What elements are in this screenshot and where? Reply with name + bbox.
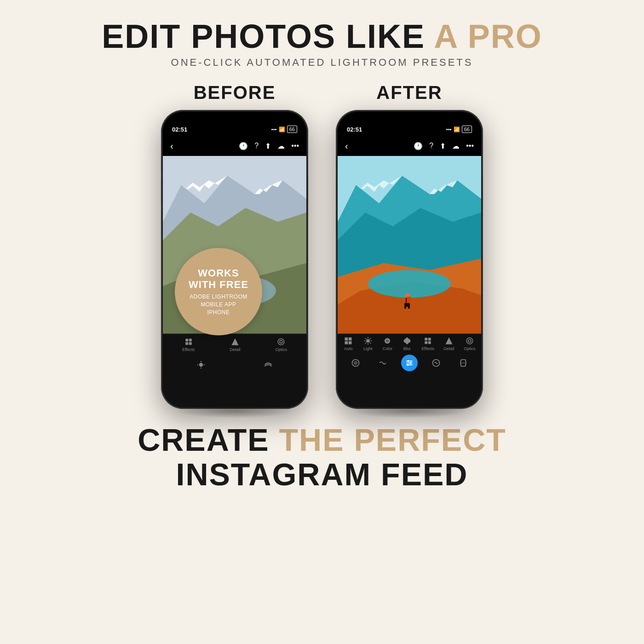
after-phone-wrapper: 02:51 ▪▪▪ 📶 66 ‹ 🕐 ? ⬆ xyxy=(336,110,483,409)
lr-tab-effects[interactable]: Effects xyxy=(182,338,195,352)
lr-topbar: ‹ 🕐 ? ⬆ ☁ ••• xyxy=(163,136,306,156)
svg-point-66 xyxy=(407,360,409,362)
before-column: BEFORE 02:51 ▪▪▪ 📶 66 xyxy=(161,82,308,409)
more-icon[interactable]: ••• xyxy=(291,142,299,150)
svg-point-51 xyxy=(386,339,389,342)
lr-tab-detail[interactable]: Detail xyxy=(230,338,240,352)
lr-tab-auto[interactable]: Auto xyxy=(343,337,353,351)
lr-tab-light[interactable]: Light xyxy=(363,337,373,351)
blur-icon xyxy=(402,337,412,345)
lr-bottom-before: Effects Detail xyxy=(163,334,306,407)
svg-rect-34 xyxy=(404,303,406,309)
footer-line2-text: INSTAGRAM FEED xyxy=(176,457,468,492)
lr-tab-blur[interactable]: Blur xyxy=(402,337,412,351)
svg-marker-16 xyxy=(231,339,238,345)
battery-icon-after: 66 xyxy=(462,126,472,133)
preset-btn-2[interactable] xyxy=(374,355,391,371)
preset-btn-3-active[interactable] xyxy=(401,355,418,371)
after-photo-svg xyxy=(338,156,481,334)
lr-action-icons: 🕐 ? ⬆ ☁ ••• xyxy=(239,142,299,150)
svg-point-41 xyxy=(366,339,370,343)
effects-icon xyxy=(184,338,194,346)
auto-label: Auto xyxy=(344,346,353,351)
svg-point-59 xyxy=(466,338,473,344)
preset-btn-4[interactable] xyxy=(428,355,444,371)
lr-tab-detail-after[interactable]: Detail xyxy=(444,337,454,351)
svg-rect-13 xyxy=(189,339,191,341)
blur-label: Blur xyxy=(403,346,411,351)
svg-rect-39 xyxy=(345,342,348,344)
lr-tab-effects-after[interactable]: Effects xyxy=(422,337,434,351)
main-title: EDIT PHOTOS LIKE A PRO xyxy=(102,18,542,55)
svg-rect-12 xyxy=(185,339,188,341)
dynamic-island xyxy=(209,117,260,132)
badge-main-text: WORKSWITH FREE xyxy=(189,267,248,291)
effects-icon-after xyxy=(423,337,433,345)
detail-label: Detail xyxy=(230,347,240,352)
color-icon xyxy=(382,337,392,345)
status-icons-after: ▪▪▪ 📶 66 xyxy=(446,126,472,133)
svg-point-67 xyxy=(409,362,411,364)
volume-down-button xyxy=(161,210,161,236)
lr-tab-optics-after[interactable]: Optics xyxy=(464,337,476,351)
svg-rect-55 xyxy=(428,338,431,340)
subtitle: ONE-CLICK AUTOMATED LIGHTROOM PRESETS xyxy=(102,57,542,69)
title-part1: EDIT PHOTOS LIKE xyxy=(102,18,434,55)
back-button-after[interactable]: ‹ xyxy=(345,141,348,151)
light-icon xyxy=(363,337,373,345)
more-icon-after[interactable]: ••• xyxy=(466,142,474,150)
svg-line-48 xyxy=(370,338,371,339)
preset-btn-1[interactable] xyxy=(347,355,364,371)
back-button[interactable]: ‹ xyxy=(170,141,173,151)
preset-btn-5[interactable] xyxy=(455,355,472,371)
lr-tabs-before: Effects Detail xyxy=(163,334,306,354)
detail-icon-after xyxy=(444,337,454,345)
lr-tab-color[interactable]: Color xyxy=(382,337,392,351)
share-icon-after[interactable]: ⬆ xyxy=(440,142,446,150)
status-time: 02:51 xyxy=(172,126,187,133)
page-footer: CREATE THE PERFECT INSTAGRAM FEED xyxy=(138,423,506,492)
history-icon[interactable]: 🕐 xyxy=(239,142,248,150)
info-icon[interactable]: ? xyxy=(254,142,259,150)
light-label: Light xyxy=(363,346,373,351)
info-icon-after[interactable]: ? xyxy=(429,142,433,150)
lr-tabs-after: Auto Light xyxy=(338,334,481,352)
after-phone-screen: 02:51 ▪▪▪ 📶 66 ‹ 🕐 ? ⬆ xyxy=(338,112,481,407)
svg-point-53 xyxy=(406,338,408,344)
svg-point-17 xyxy=(278,339,284,345)
optics-icon xyxy=(276,338,286,346)
svg-line-47 xyxy=(370,343,371,344)
wifi-icon: 📶 xyxy=(279,126,285,132)
effects-label: Effects xyxy=(182,347,195,352)
slider-btn-2[interactable] xyxy=(260,356,276,373)
after-photo xyxy=(338,156,481,334)
volume-up-button-after xyxy=(336,179,336,204)
volume-down-button-after xyxy=(336,210,336,236)
share-icon[interactable]: ⬆ xyxy=(265,142,271,150)
optics-label: Optics xyxy=(275,347,287,352)
lr-action-icons-after: 🕐 ? ⬆ ☁ ••• xyxy=(414,142,474,150)
svg-rect-57 xyxy=(428,341,431,344)
svg-line-49 xyxy=(365,343,366,344)
cloud-icon[interactable]: ☁ xyxy=(277,142,285,150)
footer-line2: INSTAGRAM FEED xyxy=(138,457,506,492)
silent-button xyxy=(161,156,161,172)
lr-sliders-before xyxy=(163,354,306,376)
svg-point-31 xyxy=(368,270,451,298)
svg-point-60 xyxy=(468,339,471,342)
optics-icon-after xyxy=(465,337,475,345)
svg-rect-14 xyxy=(185,342,188,345)
color-label: Color xyxy=(383,346,393,351)
lr-tab-optics[interactable]: Optics xyxy=(275,338,287,352)
title-part2: A PRO xyxy=(434,18,542,55)
detail-icon xyxy=(230,338,240,346)
footer-line1: CREATE THE PERFECT xyxy=(138,423,506,457)
optics-label-after: Optics xyxy=(464,346,476,351)
cloud-icon-after[interactable]: ☁ xyxy=(452,142,460,150)
slider-btn-1[interactable] xyxy=(193,356,209,373)
history-icon-after[interactable]: 🕐 xyxy=(414,142,423,150)
auto-icon xyxy=(343,337,353,345)
svg-rect-36 xyxy=(407,297,411,303)
status-time-after: 02:51 xyxy=(347,126,362,133)
power-button-after xyxy=(483,174,483,207)
